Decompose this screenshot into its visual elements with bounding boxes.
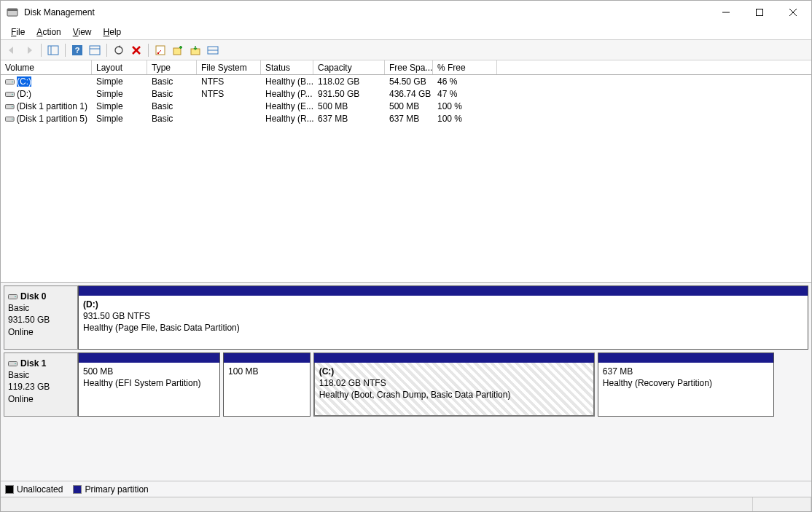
close-button[interactable] [776, 1, 810, 23]
partition-size: 118.02 GB NTFS [319, 377, 589, 389]
svg-point-24 [12, 93, 13, 95]
col-layout[interactable]: Layout [92, 60, 147, 74]
partition[interactable]: 500 MB Healthy (EFI System Partition) [78, 353, 220, 417]
volume-status: Healthy (P... [261, 89, 313, 99]
volume-capacity: 500 MB [313, 101, 385, 111]
svg-rect-10 [90, 46, 100, 55]
volume-status: Healthy (B... [261, 76, 313, 87]
volume-name: (D:) [17, 89, 31, 99]
status-bar [1, 497, 811, 511]
disk-partitions: 500 MB Healthy (EFI System Partition) 10… [78, 353, 808, 417]
help-icon[interactable]: ? [69, 42, 85, 58]
legend-primary-swatch [73, 485, 82, 494]
settings-icon[interactable] [87, 42, 103, 58]
volume-row[interactable]: (D:)SimpleBasicNTFSHealthy (P...931.50 G… [1, 87, 811, 100]
svg-point-32 [15, 363, 16, 365]
volume-row[interactable]: (C:)SimpleBasicNTFSHealthy (B...118.02 G… [1, 75, 811, 87]
app-icon [7, 7, 18, 18]
svg-point-22 [12, 81, 13, 82]
new-volume-icon[interactable] [170, 42, 186, 58]
minimize-button[interactable] [709, 1, 743, 23]
volume-filesystem: NTFS [197, 76, 261, 87]
partition-label: (D:) [83, 299, 803, 310]
attach-vhd-icon[interactable] [187, 42, 203, 58]
volume-pctfree: 100 % [433, 114, 497, 124]
partition-color-bar [79, 353, 219, 363]
volume-freespace: 436.74 GB [385, 89, 433, 99]
partition[interactable]: 100 MB [223, 353, 311, 417]
volume-type: Basic [147, 101, 197, 111]
delete-icon[interactable] [128, 42, 144, 58]
volume-pctfree: 100 % [433, 101, 497, 111]
disk-row: Disk 0 Basic 931.50 GB Online (D:) 931.5… [4, 285, 808, 350]
volume-freespace: 637 MB [385, 114, 433, 124]
menu-action[interactable]: Action [31, 25, 66, 39]
volume-layout: Simple [92, 114, 147, 124]
svg-text:?: ? [75, 46, 80, 55]
volume-name: (Disk 1 partition 5) [17, 114, 87, 124]
svg-point-26 [12, 106, 13, 107]
svg-rect-17 [173, 48, 181, 55]
col-filesystem[interactable]: File System [197, 60, 261, 74]
titlebar: Disk Management [1, 1, 811, 24]
partition-desc: Healthy (Boot, Crash Dump, Basic Data Pa… [319, 389, 589, 401]
disk-name: Disk 0 [20, 291, 46, 302]
menu-help[interactable]: Help [98, 25, 128, 39]
col-status[interactable]: Status [261, 60, 313, 74]
volume-list[interactable]: (C:)SimpleBasicNTFSHealthy (B...118.02 G… [1, 75, 811, 283]
svg-rect-6 [48, 46, 58, 55]
legend-primary-label: Primary partition [85, 484, 148, 495]
disk-row: Disk 1 Basic 119.23 GB Online 500 MB Hea… [4, 353, 808, 417]
svg-rect-15 [156, 46, 165, 55]
partition[interactable]: 637 MB Healthy (Recovery Partition) [598, 353, 774, 417]
refresh-icon[interactable] [111, 42, 127, 58]
toolbar: ? [1, 40, 811, 60]
show-hide-tree-icon[interactable] [45, 42, 61, 58]
partition-size: 100 MB [228, 366, 305, 377]
volume-freespace: 500 MB [385, 101, 433, 111]
properties-icon[interactable] [152, 42, 168, 58]
svg-point-30 [15, 296, 16, 298]
disk-name: Disk 1 [20, 358, 46, 369]
svg-point-12 [115, 47, 122, 54]
col-freespace[interactable]: Free Spa... [385, 60, 433, 74]
volume-freespace: 54.50 GB [385, 76, 433, 87]
partition-desc: Healthy (Page File, Basic Data Partition… [83, 322, 803, 334]
disk-graphical-view[interactable]: Disk 0 Basic 931.50 GB Online (D:) 931.5… [1, 283, 811, 481]
volume-status: Healthy (R... [261, 114, 313, 124]
col-capacity[interactable]: Capacity [313, 60, 385, 74]
legend-unallocated-label: Unallocated [17, 484, 63, 495]
partition-color-bar [79, 286, 808, 296]
disk-type: Basic [8, 302, 74, 314]
legend-unallocated-swatch [5, 485, 14, 494]
partition[interactable]: (D:) 931.50 GB NTFS Healthy (Page File, … [78, 285, 808, 350]
svg-rect-3 [757, 9, 763, 16]
col-volume[interactable]: Volume [1, 60, 92, 74]
volume-column-headers: Volume Layout Type File System Status Ca… [1, 60, 811, 75]
back-icon[interactable] [4, 42, 20, 58]
maximize-button[interactable] [743, 1, 776, 23]
menubar: File Action View Help [1, 24, 811, 40]
volume-row[interactable]: (Disk 1 partition 5)SimpleBasicHealthy (… [1, 112, 811, 125]
partition-desc: Healthy (EFI System Partition) [83, 377, 215, 389]
menu-file[interactable]: File [5, 25, 31, 39]
volume-layout: Simple [92, 76, 147, 87]
partition-desc: Healthy (Recovery Partition) [603, 377, 769, 389]
disk-info[interactable]: Disk 1 Basic 119.23 GB Online [4, 353, 78, 417]
col-type[interactable]: Type [147, 60, 197, 74]
volume-status: Healthy (E... [261, 101, 313, 111]
volume-name: (C:) [17, 76, 31, 87]
volume-type: Basic [147, 114, 197, 124]
partition-color-bar [314, 353, 594, 363]
volume-layout: Simple [92, 89, 147, 99]
svg-rect-1 [7, 9, 17, 11]
disk-status: Online [8, 326, 74, 338]
col-pctfree[interactable]: % Free [433, 60, 497, 74]
disk-info[interactable]: Disk 0 Basic 931.50 GB Online [4, 285, 78, 350]
menu-view[interactable]: View [67, 25, 98, 39]
volume-capacity: 931.50 GB [313, 89, 385, 99]
volume-row[interactable]: (Disk 1 partition 1)SimpleBasicHealthy (… [1, 100, 811, 112]
partition[interactable]: (C:) 118.02 GB NTFS Healthy (Boot, Crash… [313, 353, 595, 417]
forward-icon[interactable] [21, 42, 37, 58]
detach-vhd-icon[interactable] [205, 42, 221, 58]
